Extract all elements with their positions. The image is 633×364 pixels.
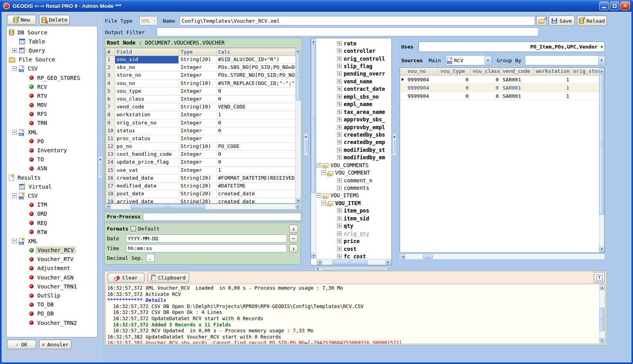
tree-log-splitter[interactable] [315, 267, 388, 271]
xml-node-pending-overr[interactable]: %pending_overr [317, 70, 391, 77]
sidebar-item-itm[interactable]: ITM [7, 200, 97, 209]
xml-node-vou-items[interactable]: −VOU_ITEMS [317, 192, 391, 199]
xml-node-vend-name[interactable]: %vend_name [317, 77, 391, 85]
field-row[interactable]: 16created_dateString(20)#FORMAT_DATETIME… [106, 175, 296, 182]
grid-tree-splitter[interactable] [304, 133, 308, 156]
new-button[interactable]: New [7, 15, 36, 25]
decimal-sep-input[interactable] [146, 254, 155, 262]
sidebar-item-asn[interactable]: ASN [7, 164, 97, 173]
xml-node-orig-controll[interactable]: %orig_controll [317, 55, 391, 62]
field-row[interactable]: 18post_dateString(20)created_date [106, 190, 296, 198]
scroll-up-icon[interactable]: ▲ [296, 48, 301, 53]
scroll-down-icon[interactable]: ▼ [599, 247, 604, 252]
field-row[interactable]: 15use_vatInteger1 [106, 167, 296, 175]
expand-toggle-icon[interactable]: − [12, 193, 17, 198]
sidebar-item-xml[interactable]: −XMLXML [7, 236, 97, 245]
sidebar-item-voucher-rcv[interactable]: Voucher_RCV [7, 246, 97, 255]
xml-node-vou-comments[interactable]: −VOU_COMMENTS [317, 161, 391, 169]
column-header[interactable]: Type [179, 48, 216, 56]
sidebar-item-to[interactable]: TO [7, 155, 97, 164]
column-header[interactable]: # [106, 48, 115, 56]
scroll-down-icon[interactable]: ▼ [296, 198, 301, 203]
browse-button[interactable] [536, 16, 546, 25]
sidebar-item-req[interactable]: REQ [7, 218, 97, 227]
xml-node-modifiedby-em[interactable]: %modifiedby_em [317, 154, 391, 161]
scroll-left-icon[interactable]: ◀ [106, 204, 111, 209]
chevron-down-icon[interactable]: ▼ [598, 56, 605, 65]
hscroll-thumb[interactable] [332, 260, 368, 265]
field-row[interactable]: 11proc_statusInteger [106, 135, 296, 143]
scroll-up-icon[interactable]: ▲ [311, 39, 316, 44]
sidebar-item-table[interactable]: Table [7, 37, 97, 46]
sidebar-item-voucher-trn2[interactable]: Voucher_TRN2 [7, 318, 97, 327]
field-row[interactable]: 1vou_sidString(20)#SID_ALU(DOC_ID+"R") [106, 56, 296, 64]
sidebar-item-results[interactable]: Results [7, 173, 97, 182]
save-button[interactable]: Save [549, 16, 575, 26]
clear-button[interactable]: Clear [108, 273, 144, 283]
sidebar-item-trn[interactable]: TRN [7, 119, 97, 128]
sidebar-item-po[interactable]: PO [7, 137, 97, 146]
xml-node-vou-item[interactable]: −VOU_ITEM [317, 199, 391, 207]
scroll-up-icon[interactable]: ▲ [599, 68, 604, 74]
field-row[interactable]: 17modified_dateString(20)#DATETIME [106, 182, 296, 190]
field-row[interactable]: 14update_price_flagInteger0 [106, 159, 296, 166]
scroll-left-icon[interactable]: ◀ [400, 254, 406, 259]
time-separator-button[interactable]: : [289, 244, 298, 252]
font-button[interactable]: T [594, 272, 605, 283]
field-row[interactable]: 5vou_typeInteger0 [106, 88, 296, 96]
xml-node-createdby-sbs[interactable]: %createdby_sbs [317, 131, 391, 138]
column-header[interactable]: vou_no [406, 68, 438, 75]
xml-node-contract-date[interactable]: %contract_date [317, 85, 391, 93]
record-row[interactable]: 999990400SAR0011 [400, 92, 604, 100]
sidebar-item-to-db[interactable]: TO_DB [7, 300, 97, 309]
cancel-button[interactable]: ✗ Annuler [39, 340, 71, 349]
xml-node-orig-qty[interactable]: %orig_qty [317, 230, 391, 237]
file-type-select[interactable]: XML ▼ [139, 16, 157, 25]
field-row[interactable]: 10statusInteger0 [106, 127, 296, 135]
output-filter-input[interactable] [157, 27, 539, 36]
xml-node-fc-cost[interactable]: %fc cost [317, 252, 391, 259]
xml-node-rate[interactable]: %rate [317, 40, 391, 47]
name-input[interactable] [180, 16, 535, 25]
log-vscrollbar[interactable]: ▲ ▼ [599, 285, 605, 343]
scroll-right-icon[interactable]: ▶ [296, 204, 301, 209]
xml-node-vou-comment[interactable]: −VOU_COMMENT [317, 169, 391, 176]
hscroll-thumb[interactable] [423, 254, 433, 259]
xml-node-comments[interactable]: %comments [317, 184, 391, 191]
xml-node-price[interactable]: %price [317, 237, 391, 245]
column-header[interactable]: workstation [534, 68, 571, 75]
ok-button[interactable]: ✓ OK [7, 340, 36, 349]
field-row[interactable]: 19arrived_dateString(20)created_date [106, 198, 296, 204]
vscroll-thumb[interactable] [599, 74, 604, 215]
tree-right-splitter[interactable] [392, 133, 397, 156]
sidebar-item-inventory[interactable]: Inventory [7, 146, 97, 155]
xml-tree-hscrollbar[interactable]: ◀ ▶ [316, 259, 391, 265]
field-row[interactable]: 6vou_classInteger0 [106, 96, 296, 103]
scroll-left-icon[interactable]: ◀ [317, 260, 322, 265]
xml-node-createdby-emp[interactable]: %createdby_emp [317, 139, 391, 146]
expand-toggle-icon[interactable]: − [317, 163, 321, 168]
scroll-right-icon[interactable]: ▶ [386, 260, 391, 265]
xml-node-comment-n[interactable]: %comment_n [317, 177, 391, 184]
xml-node-approvby-sbs-[interactable]: %approvby_sbs_ [317, 115, 391, 123]
xml-node-controller[interactable]: %controller [317, 47, 391, 54]
vscroll-thumb[interactable] [296, 54, 301, 101]
chevron-down-icon[interactable]: ▼ [485, 56, 491, 65]
record-row[interactable]: 999990400SAR0011 [400, 76, 604, 84]
sidebar-splitter[interactable] [98, 156, 103, 178]
sidebar-item-csv[interactable]: −CSVCSV [7, 191, 97, 200]
default-checkbox[interactable]: ✓ [131, 226, 136, 231]
field-row[interactable]: 8workstationInteger1 [106, 111, 296, 119]
record-row[interactable]: 999990400SAR0011 [400, 84, 604, 92]
xml-node-cost[interactable]: %cost [317, 245, 391, 252]
group-by-select[interactable]: ▼ [525, 55, 606, 65]
sidebar-item-xml[interactable]: −XMLXML [7, 128, 97, 137]
field-row[interactable]: 12po_noString(10)PO_CODE [106, 143, 296, 151]
log-output[interactable]: 16:32:57,372 XML Voucher_RCV Loaded in 0… [105, 284, 606, 344]
expand-toggle-icon[interactable]: − [317, 193, 321, 198]
xml-node-slip-flag[interactable]: %slip_flag [317, 62, 391, 70]
expand-toggle-icon[interactable]: + [12, 48, 17, 53]
sidebar-item-voucher-rtv[interactable]: Voucher_RTV [7, 255, 97, 264]
date-separator-button[interactable]: − [289, 234, 298, 243]
expand-toggle-icon[interactable]: − [12, 66, 17, 71]
